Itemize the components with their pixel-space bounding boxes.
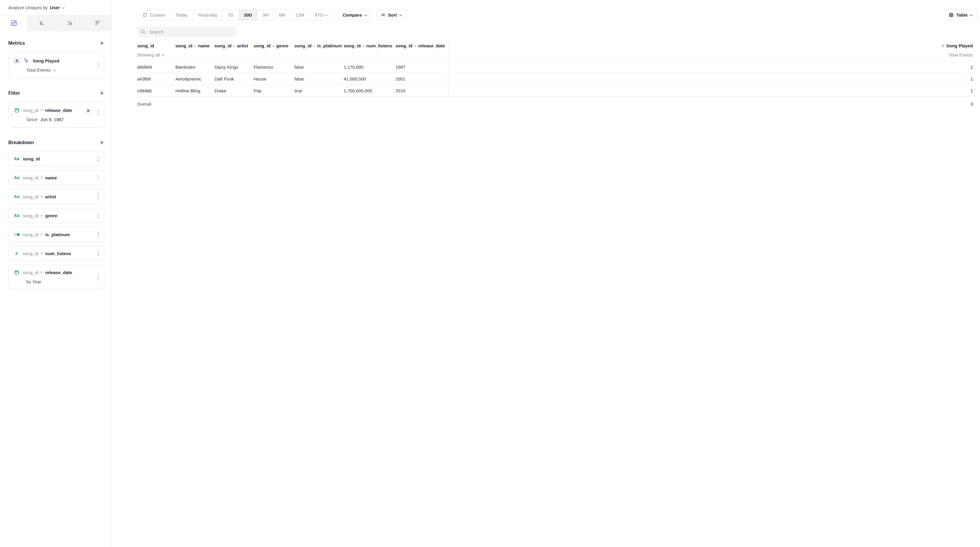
caret-right-icon	[273, 45, 274, 48]
breakdown-bucketing[interactable]: by Year	[26, 279, 41, 284]
add-filter-button[interactable]: +	[99, 90, 104, 97]
chevron-down-icon	[53, 68, 56, 71]
table-row[interactable]: c994bb Hotline Bling Drake Pop true 1,70…	[137, 85, 977, 97]
tab-retention[interactable]	[84, 15, 111, 31]
breakdown-item[interactable]: song_id is_platinum	[8, 227, 104, 242]
range-today[interactable]: Today	[170, 10, 192, 20]
caret-right-icon	[195, 45, 196, 48]
caret-right-icon	[41, 271, 43, 274]
range-label: 30D	[244, 13, 252, 17]
visualization-select-button[interactable]: Table	[944, 10, 977, 21]
breakdown-child-property: name	[45, 175, 57, 180]
breakdown-menu-button[interactable]	[97, 231, 100, 238]
breakdown-menu-button[interactable]	[97, 212, 100, 219]
table-cell: 2001	[396, 73, 449, 85]
table-cell: Hotline Bling	[175, 85, 215, 97]
tab-insights[interactable]	[0, 15, 27, 31]
event-click-icon	[23, 57, 30, 64]
metric-card[interactable]: A Song Played Total Events	[8, 52, 104, 78]
breakdown-item[interactable]: Aa song_id	[8, 151, 104, 166]
range-3m[interactable]: 3M	[257, 10, 274, 20]
metric-value-cell: 1	[449, 85, 977, 97]
filter-section-title: Filter	[8, 90, 20, 96]
table-cell: 1,700,000,000	[344, 85, 396, 97]
breakdown-menu-button[interactable]	[97, 174, 100, 181]
column-header[interactable]: song_idis_platinum	[294, 41, 344, 61]
chevron-down-icon	[325, 13, 328, 16]
column-header[interactable]: song_idrelease_date	[396, 41, 449, 61]
breakdown-menu-button[interactable]	[97, 155, 100, 162]
tab-flows[interactable]	[56, 15, 84, 31]
filter-card[interactable]: song_id release_date Since Jun 6, 1987	[8, 102, 104, 128]
metric-column-header[interactable]: ASong Played Total Events	[449, 41, 977, 61]
table-cell: 1,170,000	[344, 61, 396, 73]
column-header[interactable]: song_idname	[175, 41, 215, 61]
breakdown-menu-button[interactable]	[97, 193, 100, 200]
filter-menu-button[interactable]	[97, 109, 100, 117]
add-metric-button[interactable]: +	[99, 40, 104, 46]
compare-button[interactable]: Compare	[338, 10, 371, 21]
range-label: Yesterday	[198, 13, 218, 17]
drag-handle[interactable]	[10, 113, 13, 116]
breakdown-item[interactable]: # song_id num_listens	[8, 246, 104, 261]
range-7d[interactable]: 7D	[223, 10, 239, 20]
tab-funnels[interactable]	[27, 15, 56, 31]
table-cell: Gipsy Kings	[215, 61, 254, 73]
entity-selector[interactable]: User	[50, 5, 64, 10]
showing-all-dropdown[interactable]: Showing all	[137, 52, 164, 57]
visualization-label: Table	[956, 13, 967, 17]
breakdown-property: song_id	[23, 156, 40, 161]
table-cell: a43fb8	[137, 73, 175, 85]
column-child: release_date	[418, 43, 445, 48]
range-label: 12M	[295, 13, 304, 17]
range-30d[interactable]: 30D	[239, 10, 257, 20]
range-label: 6M	[279, 13, 285, 17]
metric-measurement[interactable]: Total Events	[26, 68, 51, 73]
sort-label: Sort	[388, 13, 397, 17]
table-row[interactable]: d8d949 Bamboleo Gipsy Kings Flamenco fal…	[137, 61, 977, 73]
breakdown-menu-button[interactable]	[97, 274, 100, 281]
date-property-icon	[13, 108, 20, 113]
column-header-song-id[interactable]: song_id Showing all	[137, 41, 175, 61]
flows-icon	[66, 20, 73, 26]
series-letter: A	[942, 43, 945, 48]
breakdown-item[interactable]: Aa song_id genre	[8, 208, 104, 223]
add-breakdown-button[interactable]: +	[99, 140, 104, 146]
breakdown-menu-button[interactable]	[97, 250, 100, 257]
column-child: is_platinum	[317, 43, 342, 48]
breakdown-item[interactable]: Aa song_id artist	[8, 189, 104, 204]
range-12m[interactable]: 12M	[290, 10, 309, 20]
sort-arrows-icon	[381, 13, 385, 17]
search-input[interactable]	[149, 29, 233, 35]
range-label: 3M	[262, 13, 269, 17]
column-header[interactable]: song_idartist	[215, 41, 254, 61]
table-cell: Flamenco	[254, 61, 294, 73]
filter-value[interactable]: Jun 6, 1987	[41, 117, 64, 122]
date-property-icon	[13, 270, 20, 275]
breakdown-item[interactable]: song_id release_date by Year	[8, 265, 104, 289]
column-header[interactable]: song_idnum_listens	[344, 41, 396, 61]
range-6m[interactable]: 6M	[274, 10, 290, 20]
entity-value: User	[50, 5, 60, 10]
filter-property: song_id	[23, 108, 38, 113]
range-custom[interactable]: Custom	[137, 10, 170, 20]
remove-filter-icon[interactable]	[86, 109, 91, 113]
breakdown-item[interactable]: Aa song_id name	[8, 170, 104, 185]
report-type-tabbar	[0, 15, 111, 31]
range-yesterday[interactable]: Yesterday	[192, 10, 223, 20]
table-row[interactable]: a43fb8 Aerodynamic Daft Punk House false…	[137, 73, 977, 85]
breakdown-property: song_id	[23, 175, 38, 180]
chevron-down-icon	[399, 13, 402, 16]
table-search[interactable]	[137, 27, 237, 37]
column-child: genre	[277, 43, 288, 48]
breakdown-child-property: genre	[45, 213, 57, 218]
line-chart-icon	[11, 20, 17, 26]
bar-chart-icon	[38, 20, 45, 26]
table-cell: Pop	[254, 85, 294, 97]
filter-operator[interactable]: Since	[26, 117, 38, 122]
column-header[interactable]: song_idgenre	[254, 41, 294, 61]
metric-value-cell: 1	[449, 73, 977, 85]
range-xtd[interactable]: XTD	[309, 10, 333, 20]
sort-button[interactable]: Sort	[376, 10, 406, 21]
metric-menu-button[interactable]	[97, 61, 100, 69]
